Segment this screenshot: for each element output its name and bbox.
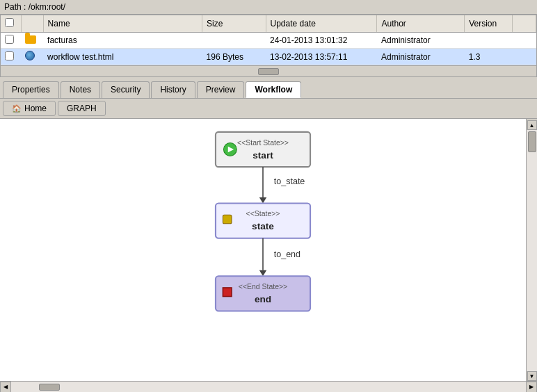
state-label-main: state bbox=[252, 221, 274, 231]
workflow-content-area: <<Start State>> start to_state <<State>>… bbox=[0, 119, 537, 381]
start-state-label-small: <<Start State>> bbox=[237, 139, 289, 147]
row-name-cell[interactable]: facturas bbox=[43, 33, 202, 49]
home-icon: 🏠 bbox=[12, 104, 22, 113]
scroll-thumb[interactable] bbox=[528, 131, 536, 152]
row-icon-cell bbox=[21, 49, 43, 65]
path-bar: Path : /okm:root/ bbox=[0, 0, 537, 15]
row-checkbox-cell bbox=[1, 49, 21, 65]
sub-tab-graph[interactable]: GRAPH bbox=[58, 101, 106, 116]
main-layout: Path : /okm:root/ Name Size Upda bbox=[0, 0, 537, 392]
scroll-down-arrow[interactable]: ▼ bbox=[527, 371, 537, 381]
end-state-label-small: <<End State>> bbox=[239, 283, 287, 291]
row-name-cell[interactable]: workflow test.html bbox=[43, 49, 202, 65]
globe-icon bbox=[25, 51, 35, 60]
sub-tabs-container: 🏠 Home GRAPH bbox=[0, 99, 537, 119]
end-stop-icon bbox=[223, 288, 232, 297]
row-size-cell bbox=[202, 33, 266, 49]
col-header-author[interactable]: Author bbox=[377, 15, 465, 33]
transition-label-to-state: to_state bbox=[274, 177, 305, 186]
scroll-right-arrow[interactable]: ▶ bbox=[526, 382, 537, 393]
arrow-head-state-to-end bbox=[259, 270, 266, 276]
state-gear-icon bbox=[223, 215, 232, 224]
file-table-container: Name Size Update date Author Version bbox=[0, 15, 537, 77]
tab-notes[interactable]: Notes bbox=[61, 81, 100, 98]
scroll-track[interactable] bbox=[527, 130, 537, 371]
table-header-row: Name Size Update date Author Version bbox=[1, 15, 536, 33]
tab-workflow[interactable]: Workflow bbox=[246, 81, 301, 98]
bottom-scrollbar[interactable]: ◀ ▶ bbox=[0, 381, 537, 392]
tabs-container: Properties Notes Security History Previe… bbox=[0, 79, 537, 99]
row-author-cell: Administrator bbox=[377, 33, 465, 49]
table-row[interactable]: facturas 24-01-2013 13:01:32 Administrat… bbox=[1, 33, 536, 49]
scrollbar-thumb[interactable] bbox=[258, 68, 279, 75]
row-version-cell bbox=[465, 33, 513, 49]
bottom-panel: Properties Notes Security History Previe… bbox=[0, 77, 537, 392]
tab-preview[interactable]: Preview bbox=[197, 81, 245, 98]
row-checkbox-2[interactable] bbox=[5, 51, 14, 60]
arrow-head-start-to-state bbox=[259, 197, 266, 203]
col-header-size[interactable]: Size bbox=[202, 15, 266, 33]
folder-icon bbox=[25, 35, 36, 44]
workflow-diagram-svg: <<Start State>> start to_state <<State>>… bbox=[0, 119, 526, 381]
col-header-icon bbox=[21, 15, 43, 33]
row-checkbox-cell bbox=[1, 33, 21, 49]
row-action-cell bbox=[512, 49, 536, 65]
row-author-cell: Administrator bbox=[377, 49, 465, 65]
tab-history[interactable]: History bbox=[151, 81, 195, 98]
row-icon-cell bbox=[21, 33, 43, 49]
scroll-up-arrow[interactable]: ▲ bbox=[527, 120, 537, 130]
start-state-label-main: start bbox=[253, 150, 273, 161]
select-all-checkbox[interactable] bbox=[5, 18, 14, 27]
sub-tab-home[interactable]: 🏠 Home bbox=[3, 101, 56, 116]
col-header-checkbox bbox=[1, 15, 21, 33]
tab-properties[interactable]: Properties bbox=[3, 81, 59, 98]
end-state-label-main: end bbox=[255, 294, 271, 304]
row-update-cell: 13-02-2013 13:57:11 bbox=[266, 49, 377, 65]
right-scrollbar[interactable]: ▲ ▼ bbox=[526, 119, 537, 381]
col-header-update[interactable]: Update date bbox=[266, 15, 377, 33]
row-checkbox-1[interactable] bbox=[5, 35, 14, 44]
col-header-name[interactable]: Name bbox=[43, 15, 202, 33]
state-label-small: <<State>> bbox=[246, 210, 280, 218]
row-version-cell: 1.3 bbox=[465, 49, 513, 65]
scroll-bottom-thumb[interactable] bbox=[39, 384, 60, 391]
path-label: Path : /okm:root/ bbox=[4, 2, 65, 12]
row-action-cell bbox=[512, 33, 536, 49]
scroll-bottom-track[interactable] bbox=[11, 382, 526, 392]
col-header-action bbox=[512, 15, 536, 33]
table-row[interactable]: workflow test.html 196 Bytes 13-02-2013 … bbox=[1, 49, 536, 65]
row-size-cell: 196 Bytes bbox=[202, 49, 266, 65]
transition-label-to-end: to_end bbox=[274, 250, 300, 259]
scroll-left-arrow[interactable]: ◀ bbox=[0, 382, 11, 393]
row-update-cell: 24-01-2013 13:01:32 bbox=[266, 33, 377, 49]
file-table: Name Size Update date Author Version bbox=[1, 15, 536, 65]
col-header-version[interactable]: Version bbox=[465, 15, 513, 33]
tab-security[interactable]: Security bbox=[102, 81, 150, 98]
diagram-svg-area: <<Start State>> start to_state <<State>>… bbox=[0, 119, 526, 381]
table-scrollbar[interactable] bbox=[1, 65, 536, 76]
